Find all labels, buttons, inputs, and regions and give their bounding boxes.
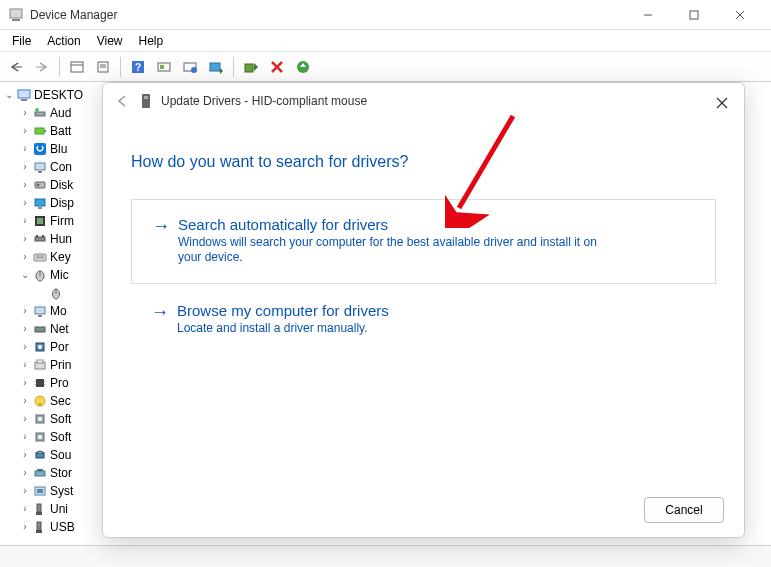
svg-rect-49 [35,307,45,314]
tree-item-label: Batt [50,123,71,139]
tree-item-label: Hun [50,231,72,247]
dialog-close-button[interactable] [712,93,732,113]
toolbar: ? [0,52,771,82]
svg-rect-39 [35,237,45,241]
device-category-icon [32,267,48,283]
expand-icon[interactable]: › [18,483,32,499]
tree-item-label: Soft [50,429,71,445]
menu-help[interactable]: Help [131,32,172,50]
tree-item-label: Firm [50,213,74,229]
update-driver-dialog: Update Drivers - HID-compliant mouse How… [102,82,745,538]
svg-rect-51 [35,327,45,332]
dialog-back-button[interactable] [115,94,135,108]
expand-icon[interactable]: › [18,321,32,337]
tree-item-label: Sou [50,447,71,463]
svg-rect-74 [37,504,41,512]
svg-rect-71 [37,469,43,471]
svg-rect-32 [38,171,42,173]
expand-icon[interactable]: › [18,105,32,121]
option-browse-computer[interactable]: → Browse my computer for drivers Locate … [131,302,716,336]
expand-icon[interactable]: › [18,303,32,319]
show-hidden-button[interactable] [65,55,89,79]
svg-point-55 [38,345,42,349]
expand-icon[interactable]: › [18,213,32,229]
svg-rect-57 [37,360,43,363]
tree-item-label: Prin [50,357,71,373]
expand-icon[interactable]: › [18,519,32,535]
expand-icon[interactable]: › [18,123,32,139]
svg-rect-61 [35,384,36,385]
menu-file[interactable]: File [4,32,39,50]
device-category-icon [32,465,48,481]
tree-item-label: Uni [50,501,68,517]
expand-icon[interactable]: › [18,429,32,445]
help-button[interactable]: ? [126,55,150,79]
tree-item-label: Disk [50,177,73,193]
uninstall-button[interactable] [239,55,263,79]
expand-icon[interactable]: › [18,339,32,355]
window-title: Device Manager [30,8,625,22]
option-search-automatically[interactable]: → Search automatically for drivers Windo… [131,199,716,284]
device-category-icon [32,303,48,319]
scan-button[interactable] [291,55,315,79]
minimize-button[interactable] [625,0,671,30]
expand-icon[interactable]: › [18,159,32,175]
nav-back-button[interactable] [4,55,28,79]
properties-button[interactable] [91,55,115,79]
tree-item-label: Mo [50,303,67,319]
device-category-icon [32,393,48,409]
expand-icon[interactable]: › [18,177,32,193]
menubar: File Action View Help [0,30,771,52]
expand-icon[interactable]: › [18,501,32,517]
computer-icon [16,87,32,103]
svg-point-68 [38,435,42,439]
collapse-icon[interactable]: ⌄ [18,267,32,283]
expand-icon[interactable]: › [18,465,32,481]
device-category-icon [32,411,48,427]
svg-rect-35 [35,199,45,206]
expand-icon[interactable]: › [18,357,32,373]
option-2-desc: Locate and install a driver manually. [177,321,617,336]
expand-icon[interactable]: › [18,375,32,391]
menu-view[interactable]: View [89,32,131,50]
device-category-icon [32,123,48,139]
toolbar-btn-6[interactable] [152,55,176,79]
dialog-heading: How do you want to search for drivers? [131,153,716,171]
maximize-button[interactable] [671,0,717,30]
update-driver-button[interactable] [204,55,228,79]
menu-action[interactable]: Action [39,32,88,50]
expand-icon[interactable]: › [18,411,32,427]
svg-rect-75 [36,512,42,515]
tree-item-label: Stor [50,465,72,481]
toolbar-btn-7[interactable] [178,55,202,79]
expand-icon[interactable]: › [18,393,32,409]
tree-item-label: Disp [50,195,74,211]
device-category-icon [32,231,48,247]
tree-item-label: Por [50,339,69,355]
device-category-icon [32,321,48,337]
tree-item-label: Syst [50,483,73,499]
expand-icon[interactable]: › [18,141,32,157]
nav-forward-button[interactable] [30,55,54,79]
svg-rect-30 [34,143,46,155]
device-category-icon [32,447,48,463]
disable-button[interactable] [265,55,289,79]
svg-rect-26 [35,112,45,116]
close-button[interactable] [717,0,763,30]
expand-icon[interactable]: › [18,249,32,265]
svg-rect-41 [42,235,44,237]
cancel-button[interactable]: Cancel [644,497,724,523]
expand-icon[interactable]: › [18,195,32,211]
device-category-icon [32,105,48,121]
tree-item-label: Pro [50,375,69,391]
svg-rect-29 [44,130,46,132]
svg-rect-38 [37,218,43,224]
svg-rect-70 [35,471,45,476]
collapse-icon[interactable]: ⌄ [2,87,16,103]
svg-rect-8 [71,62,83,72]
svg-rect-0 [10,9,22,18]
expand-icon[interactable]: › [18,447,32,463]
tree-item-label: Soft [50,411,71,427]
expand-icon[interactable]: › [18,231,32,247]
svg-rect-60 [44,381,45,382]
